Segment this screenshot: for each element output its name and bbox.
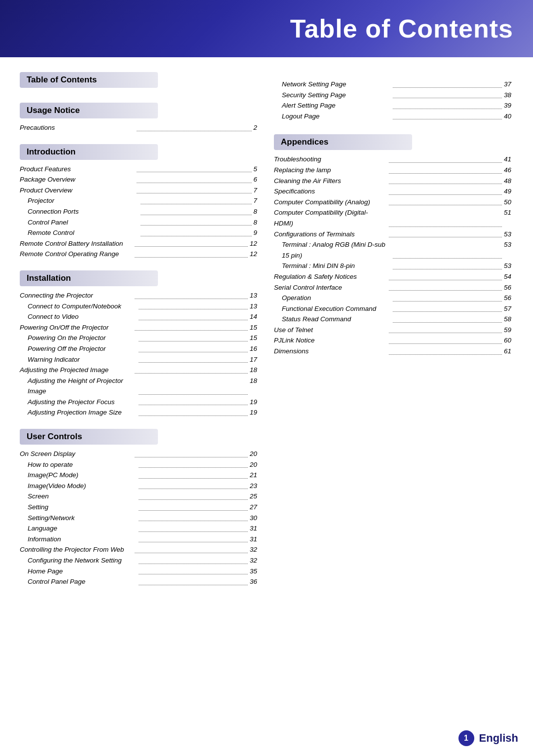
toc-entry-configurations-terminals: Configurations of Terminals 53: [274, 229, 513, 240]
toc-entry-status-read: Status Read Command 58: [274, 314, 513, 325]
section-right-top: Network Setting Page 37 Security Setting…: [274, 77, 513, 121]
toc-entry-troubleshooting: Troubleshooting 41: [274, 154, 513, 165]
toc-entry-control-panel-page: Control Panel Page 36: [20, 576, 259, 587]
toc-entry-functional-execution: Functional Execution Command 57: [274, 303, 513, 314]
toc-entry-rc-range: Remote Control Operating Range 12: [20, 249, 259, 260]
toc-entry-adjust-size: Adjusting Projection Image Size 19: [20, 407, 259, 418]
toc-entry-network-setting-page: Network Setting Page 37: [274, 79, 513, 90]
section-header-toc: Table of Contents: [20, 72, 158, 88]
toc-entry-terminal-analog: Terminal : Analog RGB (Mini D-sub 15 pin…: [274, 239, 513, 261]
section-table-of-contents: Table of Contents: [20, 72, 259, 92]
section-header-appendices: Appendices: [274, 134, 412, 150]
header-title: Table of Contents: [290, 14, 513, 43]
section-appendices: Appendices Troubleshooting 41 Replacing …: [274, 134, 513, 356]
toc-entry-powering-onoff: Powering On/Off the Projector 15: [20, 322, 259, 333]
toc-entry-adjust-height: Adjusting the Height of Projector Image …: [20, 376, 259, 397]
section-header-user-controls: User Controls: [20, 429, 158, 445]
toc-entry-setting: Setting 27: [20, 502, 259, 513]
toc-entry-terminal-mini-din: Terminal : Mini DIN 8-pin 53: [274, 261, 513, 271]
toc-entry-package-overview: Package Overview 6: [20, 174, 259, 185]
toc-entry-information: Information 31: [20, 534, 259, 545]
footer-language: English: [479, 732, 518, 745]
toc-entry-alert-setting-page: Alert Setting Page 39: [274, 100, 513, 111]
toc-entry-network-setting-conf: Configuring the Network Setting 32: [20, 555, 259, 566]
toc-entry-powering-off: Powering Off the Projector 16: [20, 343, 259, 354]
toc-entry-cleaning-filters: Cleaning the Air Filters 48: [274, 176, 513, 187]
toc-entry-image-pc: Image(PC Mode) 21: [20, 470, 259, 481]
toc-entry-connect-computer: Connect to Computer/Notebook 13: [20, 301, 259, 312]
toc-entry-serial-control: Serial Control Interface 56: [274, 282, 513, 293]
toc-entry-regulation-safety: Regulation & Safety Notices 54: [274, 271, 513, 282]
toc-entry-logout-page: Logout Page 40: [274, 111, 513, 122]
toc-entry-controlling-from-web: Controlling the Projector From Web 32: [20, 544, 259, 555]
toc-entry-connect-video: Connect to Video 14: [20, 311, 259, 322]
toc-entry-control-panel: Control Panel 8: [20, 217, 259, 228]
toc-entry-connecting-projector: Connecting the Projector 13: [20, 290, 259, 301]
toc-entry-powering-on: Powering On the Projector 15: [20, 333, 259, 343]
toc-entry-setting-network: Setting/Network 30: [20, 513, 259, 524]
page-number: 1: [458, 730, 474, 746]
toc-entry-replacing-lamp: Replacing the lamp 46: [274, 165, 513, 176]
toc-entry-connection-ports: Connection Ports 8: [20, 206, 259, 217]
toc-entry-use-telnet: Use of Telnet 59: [274, 325, 513, 336]
section-header-installation: Installation: [20, 270, 158, 286]
section-usage-notice: Usage Notice Precautions 2: [20, 103, 259, 133]
section-installation: Installation Connecting the Projector 13…: [20, 270, 259, 418]
toc-entry-osd: On Screen Display 20: [20, 449, 259, 459]
toc-entry-security-setting-page: Security Setting Page 38: [274, 90, 513, 101]
right-column: Network Setting Page 37 Security Setting…: [274, 72, 513, 598]
toc-entry-remote-control: Remote Control 9: [20, 227, 259, 238]
toc-entry-compat-digital: Computer Compatibility (Digital-HDMI) 51: [274, 207, 513, 228]
toc-entry-operation: Operation 56: [274, 293, 513, 303]
section-header-usage-notice: Usage Notice: [20, 103, 158, 118]
toc-entry-warning-indicator: Warning Indicator 17: [20, 354, 259, 365]
toc-entry-dimensions: Dimensions 61: [274, 346, 513, 357]
toc-entry-screen: Screen 25: [20, 491, 259, 502]
toc-entry-product-overview: Product Overview 7: [20, 185, 259, 196]
toc-entry-how-to-operate: How to operate 20: [20, 459, 259, 470]
toc-entry-language: Language 31: [20, 523, 259, 534]
toc-entry-home-page: Home Page 35: [20, 566, 259, 577]
toc-entry-adjusting-projected: Adjusting the Projected Image 18: [20, 365, 259, 376]
toc-entry-image-video: Image(Video Mode) 23: [20, 481, 259, 491]
toc-entry-pjlink: PJLink Notice 60: [274, 335, 513, 346]
toc-entry-adjust-focus: Adjusting the Projector Focus 19: [20, 397, 259, 408]
section-introduction: Introduction Product Features 5 Package …: [20, 144, 259, 260]
footer: 1 English: [458, 730, 518, 746]
toc-entry-specifications: Specifications 49: [274, 186, 513, 197]
toc-entry-rc-battery: Remote Control Battery Installation 12: [20, 238, 259, 249]
toc-entry-precautions: Precautions 2: [20, 122, 259, 133]
toc-entry-product-features: Product Features 5: [20, 164, 259, 175]
toc-entry-compat-analog: Computer Compatibility (Analog) 50: [274, 197, 513, 208]
toc-entry-projector: Projector 7: [20, 195, 259, 206]
section-header-introduction: Introduction: [20, 144, 158, 160]
header: Table of Contents: [0, 0, 533, 57]
left-column: Table of Contents Usage Notice Precautio…: [20, 72, 259, 598]
section-user-controls: User Controls On Screen Display 20 How t…: [20, 429, 259, 587]
